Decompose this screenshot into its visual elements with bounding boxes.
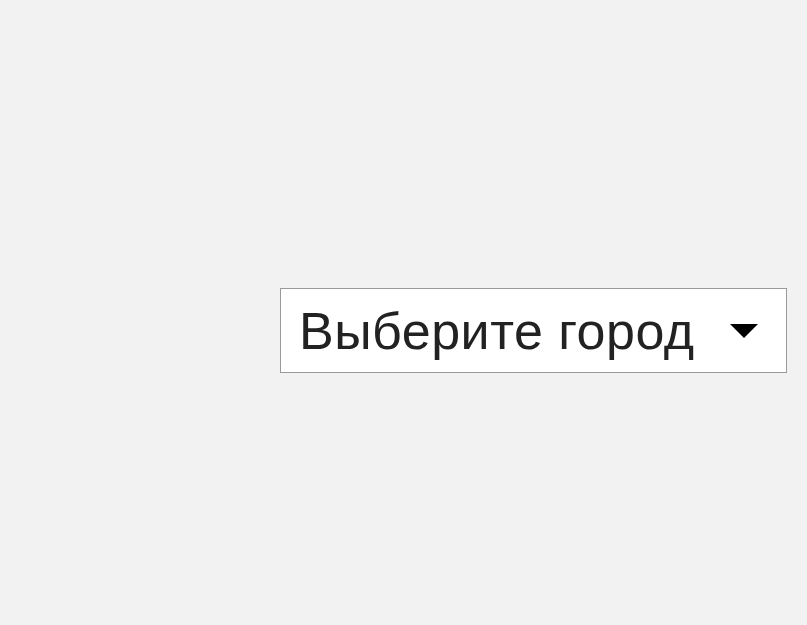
city-select-label: Выберите город bbox=[299, 301, 695, 361]
caret-down-icon bbox=[730, 324, 758, 338]
city-select-dropdown[interactable]: Выберите город bbox=[280, 288, 787, 373]
